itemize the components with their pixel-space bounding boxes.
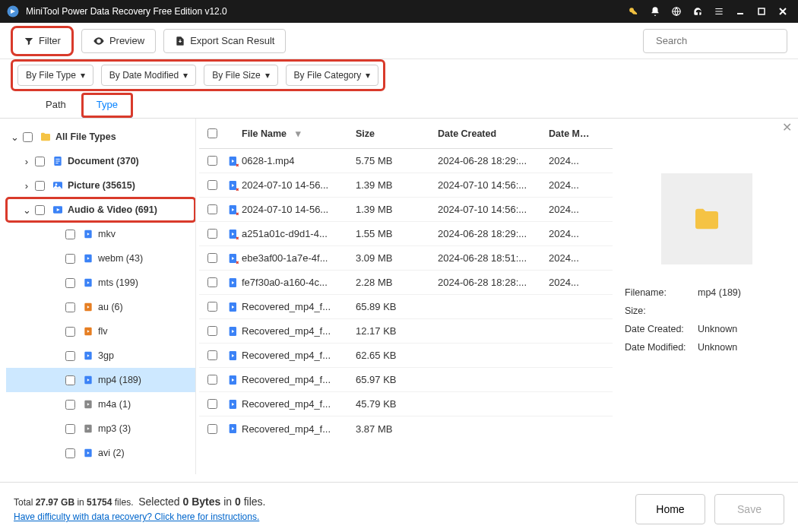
table-row[interactable]: ebe3af00-1a7e-4f...3.09 MB2024-06-28 18:… [199, 246, 613, 271]
row-checkbox[interactable] [207, 350, 217, 360]
tree-checkbox[interactable] [65, 400, 75, 410]
search-box[interactable] [643, 29, 787, 53]
collapse-icon[interactable]: ⌄ [9, 131, 20, 143]
tree-checkbox[interactable] [65, 327, 75, 337]
tree-checkbox[interactable] [65, 254, 75, 264]
tree-checkbox[interactable] [65, 302, 75, 312]
table-row[interactable]: Recovered_mp4_f...45.79 KB [199, 392, 613, 416]
table-row[interactable]: 0628-1.mp45.75 MB2024-06-28 18:29:...202… [199, 149, 613, 173]
expand-icon[interactable]: › [21, 180, 32, 192]
globe-icon[interactable] [667, 2, 686, 21]
file-icon [225, 301, 242, 313]
tree-document[interactable]: › Document (370) [6, 149, 195, 173]
tree-item-label: webm (43) [98, 253, 143, 264]
key-icon[interactable] [625, 2, 643, 21]
table-row[interactable]: 2024-07-10 14-56...1.39 MB2024-07-10 14:… [199, 198, 613, 222]
by-date-modified-filter[interactable]: By Date Modified▾ [101, 65, 196, 86]
cell-created: 2024-06-28 18:29:... [438, 228, 549, 239]
tree-picture[interactable]: › Picture (35615) [6, 173, 195, 198]
tree-item[interactable]: flv [6, 319, 195, 344]
tree-checkbox[interactable] [65, 351, 75, 361]
file-icon [225, 398, 242, 410]
select-all-checkbox[interactable] [207, 128, 217, 138]
tree-checkbox[interactable] [65, 448, 75, 458]
col-size[interactable]: Size [356, 128, 438, 139]
titlebar: MiniTool Power Data Recovery Free Editio… [0, 0, 798, 23]
row-checkbox[interactable] [207, 156, 217, 166]
row-checkbox[interactable] [207, 302, 217, 312]
save-button[interactable]: Save [714, 494, 784, 524]
file-icon [225, 204, 242, 216]
table-row[interactable]: Recovered_mp4_f...3.87 MB [199, 416, 613, 441]
cell-size: 1.55 MB [356, 228, 438, 239]
home-button[interactable]: Home [635, 494, 705, 524]
cell-size: 1.39 MB [356, 179, 438, 191]
tree-checkbox[interactable] [65, 230, 75, 239]
row-checkbox[interactable] [207, 277, 217, 287]
export-button[interactable]: Export Scan Result [163, 29, 286, 53]
table-row[interactable]: Recovered_mp4_f...62.65 KB [199, 344, 613, 368]
tree-checkbox[interactable] [65, 424, 75, 434]
tree-item[interactable]: 3gp [6, 344, 195, 368]
tab-path[interactable]: Path [30, 93, 81, 118]
table-row[interactable]: Recovered_mp4_f...65.97 KB [199, 368, 613, 392]
cell-size: 3.87 MB [356, 423, 438, 435]
table-row[interactable]: Recovered_mp4_f...65.89 KB [199, 295, 613, 319]
tree-item[interactable]: webm (43) [6, 246, 195, 271]
maximize-button[interactable] [752, 2, 771, 21]
col-modified[interactable]: Date Modif [549, 128, 593, 139]
expand-icon[interactable]: › [21, 156, 32, 167]
tab-type[interactable]: Type [81, 93, 133, 118]
row-checkbox[interactable] [207, 375, 217, 385]
tree-item[interactable]: mp3 (3) [6, 416, 195, 441]
headset-icon[interactable] [689, 2, 707, 21]
tree-all-file-types[interactable]: ⌄ All File Types [6, 125, 195, 149]
by-file-size-filter[interactable]: By File Size▾ [204, 65, 277, 86]
tree-checkbox[interactable] [35, 157, 45, 166]
tree-checkbox[interactable] [65, 375, 75, 385]
table-row[interactable]: a251a01c-d9d1-4...1.55 MB2024-06-28 18:2… [199, 222, 613, 246]
menu-icon[interactable] [710, 2, 728, 21]
preview-button[interactable]: Preview [81, 29, 156, 53]
row-checkbox[interactable] [207, 399, 217, 409]
close-button[interactable] [774, 2, 792, 21]
collapse-icon[interactable]: ⌄ [21, 204, 32, 216]
tree-checkbox[interactable] [23, 132, 33, 142]
tree-item[interactable]: mts (199) [6, 271, 195, 295]
tree-checkbox[interactable] [65, 278, 75, 288]
row-checkbox[interactable] [207, 326, 217, 336]
tree-audio-video[interactable]: ⌄ Audio & Video (691) [6, 198, 195, 222]
tree-checkbox[interactable] [35, 205, 45, 215]
tree-item[interactable]: avi (2) [6, 441, 195, 465]
search-input[interactable] [656, 35, 784, 46]
row-checkbox[interactable] [207, 180, 217, 190]
row-checkbox[interactable] [207, 204, 217, 214]
help-link[interactable]: Have difficulty with data recovery? Clic… [14, 511, 259, 522]
table-row[interactable]: fe7f30a0-a160-4c...2.28 MB2024-06-28 18:… [199, 271, 613, 295]
row-checkbox[interactable] [207, 253, 217, 263]
filter-button[interactable]: Filter [11, 26, 74, 56]
row-checkbox[interactable] [207, 424, 217, 434]
cell-filename: Recovered_mp4_f... [242, 325, 356, 337]
tree-item[interactable]: au (6) [6, 295, 195, 319]
bell-icon[interactable] [646, 2, 664, 21]
tree-item-label: flv [98, 326, 108, 337]
tree-checkbox[interactable] [35, 181, 45, 191]
minimize-button[interactable] [731, 2, 749, 21]
col-filename[interactable]: File Name ▾ [242, 128, 356, 139]
by-file-category-filter[interactable]: By File Category▾ [286, 65, 379, 86]
file-type-icon [81, 349, 95, 363]
cell-size: 2.28 MB [356, 277, 438, 288]
row-checkbox[interactable] [207, 229, 217, 239]
file-icon [225, 252, 242, 264]
by-file-type-filter[interactable]: By File Type▾ [17, 65, 93, 86]
detail-filename-key: Filename: [625, 287, 698, 298]
tree-item[interactable]: mkv [6, 222, 195, 246]
tree-item[interactable]: m4a (1) [6, 392, 195, 416]
table-row[interactable]: 2024-07-10 14-56...1.39 MB2024-07-10 14:… [199, 173, 613, 198]
tree-item[interactable]: mp4 (189) [6, 368, 195, 392]
table-row[interactable]: Recovered_mp4_f...12.17 KB [199, 319, 613, 344]
col-created[interactable]: Date Created [438, 128, 549, 139]
close-details-button[interactable]: ✕ [782, 120, 792, 135]
cell-created: 2024-06-28 18:29:... [438, 155, 549, 166]
